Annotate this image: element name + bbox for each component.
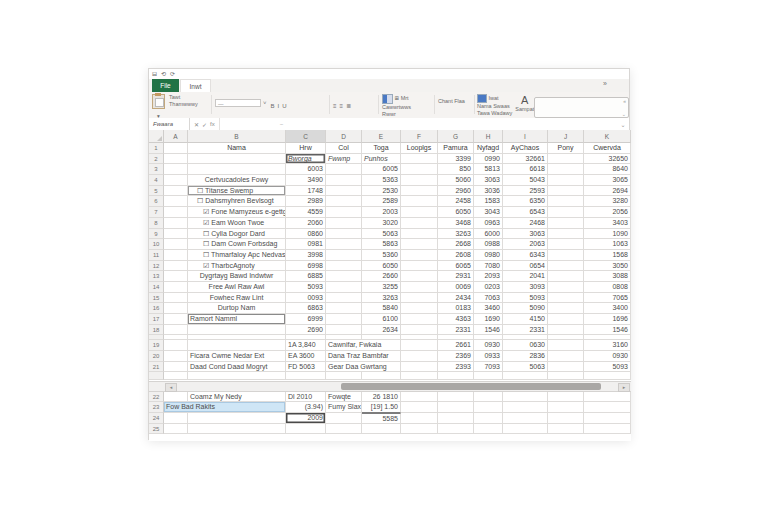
row-header-8[interactable]: 8	[149, 218, 164, 229]
cell-B7[interactable]: ☑ Fone Mamyzeus e-gettgt	[188, 207, 286, 218]
cell-A17[interactable]	[164, 314, 188, 325]
cell-B25[interactable]	[188, 424, 286, 435]
cell-H3[interactable]: 5813	[474, 164, 503, 175]
cell-H6[interactable]: 1583	[474, 196, 503, 207]
enter-icon[interactable]: ✓	[202, 121, 207, 128]
cell-D15[interactable]	[326, 293, 362, 304]
cell-D4[interactable]	[326, 175, 362, 186]
cell-A2[interactable]	[164, 154, 188, 165]
cell-H18[interactable]: 1546	[474, 325, 503, 336]
cell-D3[interactable]	[326, 164, 362, 175]
editing-label-2[interactable]: Tawa Wadawy	[477, 110, 512, 117]
font-style-icon-0[interactable]: B	[271, 102, 275, 111]
cell-B11[interactable]: ☐ Thmarfaloy Apc Nedvas	[188, 250, 286, 261]
cell-K13[interactable]: 3088	[584, 271, 631, 282]
cell-I20[interactable]: 2836	[503, 351, 548, 362]
cell-F8[interactable]	[401, 218, 438, 229]
formula-bar-expand-icon[interactable]: ⌄	[617, 121, 629, 128]
cell-B[interactable]	[188, 372, 286, 380]
cell-D5[interactable]	[326, 186, 362, 197]
cell-C6[interactable]: 2989	[286, 196, 326, 207]
cell-H25[interactable]	[474, 424, 503, 435]
cell-K8[interactable]: 3403	[584, 218, 631, 229]
cell-A19[interactable]	[164, 340, 188, 351]
cell-D7[interactable]	[326, 207, 362, 218]
cell-E23[interactable]: [19] 1.50	[362, 402, 401, 413]
cell-G17[interactable]: 4363	[438, 314, 474, 325]
cell-D[interactable]	[326, 372, 362, 380]
cell-A1[interactable]	[164, 143, 188, 154]
cell-K3[interactable]: 8640	[584, 164, 631, 175]
cell-G19[interactable]: 2661	[438, 340, 474, 351]
cell-A25[interactable]	[164, 424, 188, 435]
row-header-15[interactable]: 15	[149, 293, 164, 304]
row-header-3[interactable]: 3	[149, 164, 164, 175]
cell-I2[interactable]: 32661	[503, 154, 548, 165]
cell-I16[interactable]: 5090	[503, 303, 548, 314]
cell-F4[interactable]	[401, 175, 438, 186]
cell-F2[interactable]	[401, 154, 438, 165]
row-header-22[interactable]: 22	[149, 392, 164, 403]
cell-E11[interactable]: 5360	[362, 250, 401, 261]
cell-I18[interactable]: 2331	[503, 325, 548, 336]
cell-J14[interactable]	[548, 282, 584, 293]
font-dropdown-icon[interactable]: ˅	[263, 100, 267, 106]
cell-I4[interactable]: 5043	[503, 175, 548, 186]
cell-I19[interactable]: 0630	[503, 340, 548, 351]
cell-H2[interactable]: 0990	[474, 154, 503, 165]
cell-I23[interactable]	[503, 402, 548, 413]
cell-G24[interactable]	[438, 413, 474, 424]
cell-D2[interactable]: Fwwnp	[326, 154, 362, 165]
cell-F20[interactable]	[401, 351, 438, 362]
cell-A12[interactable]	[164, 261, 188, 272]
cell-E6[interactable]: 2589	[362, 196, 401, 207]
cell-A18[interactable]	[164, 325, 188, 336]
cell-I7[interactable]: 6543	[503, 207, 548, 218]
cell-C24[interactable]: 2009	[286, 413, 326, 424]
column-header-E[interactable]: E	[362, 130, 401, 143]
redo-icon[interactable]: ⟳	[170, 69, 175, 79]
cell-E4[interactable]: 5363	[362, 175, 401, 186]
cell-H13[interactable]: 2093	[474, 271, 503, 282]
cell-C19[interactable]: 1A 3,840	[286, 340, 326, 351]
cell-K20[interactable]: 0930	[584, 351, 631, 362]
align-icon-2[interactable]: ≣	[346, 102, 351, 111]
cell-D12[interactable]	[326, 261, 362, 272]
cell-I24[interactable]	[503, 413, 548, 424]
cell-I12[interactable]: 0654	[503, 261, 548, 272]
scrollbar-thumb[interactable]	[341, 383, 601, 390]
cell-D18[interactable]	[326, 325, 362, 336]
cell-G9[interactable]: 3263	[438, 229, 474, 240]
cell-J20[interactable]	[548, 351, 584, 362]
cell-D16[interactable]	[326, 303, 362, 314]
cell-G12[interactable]: 6065	[438, 261, 474, 272]
font-style-icon-2[interactable]: U	[282, 102, 286, 111]
cell-C1[interactable]: Hrw	[286, 143, 326, 154]
cell-B3[interactable]	[188, 164, 286, 175]
clipboard-label-1[interactable]: Tawt	[169, 94, 198, 101]
cell-F13[interactable]	[401, 271, 438, 282]
cell-C13[interactable]: 6885	[286, 271, 326, 282]
row-header-11[interactable]: 11	[149, 250, 164, 261]
row-header-4[interactable]: 4	[149, 175, 164, 186]
cell-G21[interactable]: 2393	[438, 362, 474, 373]
cell-F12[interactable]	[401, 261, 438, 272]
cell-C21[interactable]: FD 5063	[286, 362, 326, 373]
cell-E14[interactable]: 3255	[362, 282, 401, 293]
cell-F18[interactable]	[401, 325, 438, 336]
cell-F15[interactable]	[401, 293, 438, 304]
cell-I22[interactable]	[503, 392, 548, 403]
cell-C14[interactable]: 5093	[286, 282, 326, 293]
cell-K17[interactable]: 1696	[584, 314, 631, 325]
sort-filter-icon[interactable]: A	[515, 94, 534, 106]
scroll-right-arrow-icon[interactable]: ▸	[618, 383, 630, 392]
cell-H16[interactable]: 3460	[474, 303, 503, 314]
cell-C18[interactable]: 2690	[286, 325, 326, 336]
cell-H20[interactable]: 0933	[474, 351, 503, 362]
cell-D24[interactable]	[326, 413, 362, 424]
cell-H11[interactable]: 0980	[474, 250, 503, 261]
cell-F19[interactable]	[401, 340, 438, 351]
save-icon[interactable]: ⊟	[152, 69, 157, 79]
cell-E22[interactable]: 26 1810	[362, 392, 401, 403]
cell-F24[interactable]	[401, 413, 438, 424]
